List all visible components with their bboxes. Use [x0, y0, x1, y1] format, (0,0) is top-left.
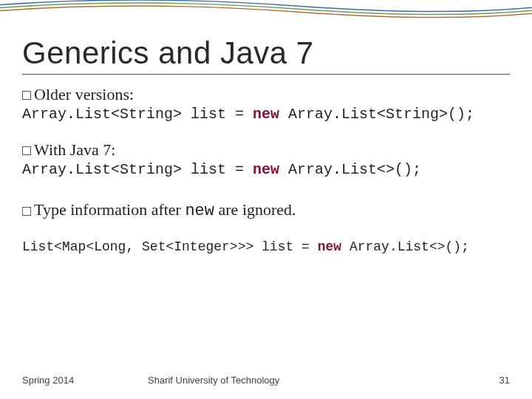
- keyword-new: new: [318, 239, 341, 254]
- bullet-box-icon: □: [22, 143, 31, 157]
- bullet-text: Type information after new are ignored.: [34, 200, 296, 220]
- code-complex: List<Map<Long, Set<Integer>>> list = new…: [22, 239, 510, 254]
- slide-footer: Spring 2014 Sharif University of Technol…: [22, 375, 510, 386]
- bullet-box-icon: □: [22, 87, 31, 102]
- bullet-text: Older versions:: [34, 85, 134, 104]
- footer-university: Sharif University of Technology: [148, 375, 279, 386]
- bullet-with-java7: □ With Java 7:: [22, 140, 510, 160]
- bullet-older-versions: □ Older versions:: [22, 85, 510, 104]
- code-older: Array.List<String> list = new Array.List…: [22, 106, 510, 123]
- code-java7: Array.List<String> list = new Array.List…: [22, 161, 510, 178]
- bullet-text: With Java 7:: [34, 140, 115, 160]
- footer-term: Spring 2014: [22, 375, 148, 386]
- keyword-new: new: [253, 106, 279, 123]
- slide-content: Generics and Java 7 □ Older versions: Ar…: [22, 35, 510, 254]
- inline-code-new: new: [185, 202, 214, 220]
- bullet-type-info-ignored: □ Type information after new are ignored…: [22, 200, 510, 220]
- decorative-top-border: [0, 0, 532, 22]
- title-underline: [22, 74, 510, 75]
- slide-title: Generics and Java 7: [22, 35, 510, 71]
- keyword-new: new: [253, 161, 279, 178]
- bullet-box-icon: □: [22, 203, 31, 218]
- page-number: 31: [499, 375, 510, 386]
